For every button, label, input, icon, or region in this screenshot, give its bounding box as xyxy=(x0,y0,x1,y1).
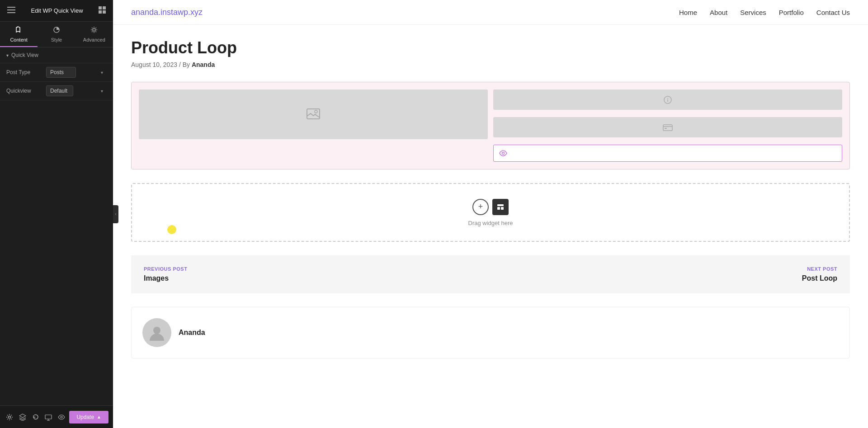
post-type-row: Post Type Posts Pages Products xyxy=(0,63,113,82)
svg-point-23 xyxy=(502,152,505,155)
quick-view-section-header[interactable]: ▾ Quick View xyxy=(0,47,113,63)
next-post-title: Post Loop xyxy=(503,274,837,282)
quickview-row: Quickview Default Custom xyxy=(0,82,113,100)
svg-rect-25 xyxy=(497,207,500,210)
tab-bar: Content Style Advanced xyxy=(0,22,113,47)
svg-rect-26 xyxy=(501,207,504,210)
update-label: Update xyxy=(76,414,94,420)
svg-point-14 xyxy=(61,416,62,418)
tab-content-label: Content xyxy=(10,37,28,42)
quickview-label: Quickview xyxy=(6,88,42,94)
product-loop-grid xyxy=(139,89,842,162)
svg-point-19 xyxy=(667,98,668,99)
sidebar-header: Edit WP Quick View xyxy=(0,0,113,22)
hamburger-icon[interactable] xyxy=(7,7,15,15)
tab-advanced-label: Advanced xyxy=(83,37,105,42)
nav-link-home[interactable]: Home xyxy=(679,9,697,16)
author-section: Ananda xyxy=(131,307,850,358)
tab-content[interactable]: Content xyxy=(0,22,38,47)
post-type-label: Post Type xyxy=(6,69,42,75)
advanced-tab-icon xyxy=(90,26,98,35)
settings-icon-btn[interactable] xyxy=(5,410,15,424)
content-tab-icon xyxy=(15,26,23,35)
post-by: / xyxy=(179,61,183,68)
previous-post-label: PREVIOUS POST xyxy=(144,266,478,272)
next-post-nav[interactable]: NEXT POST Post Loop xyxy=(491,255,850,293)
author-avatar xyxy=(142,318,171,347)
section-arrow-icon: ▾ xyxy=(6,53,9,58)
svg-rect-15 xyxy=(307,109,320,119)
author-info: Ananda xyxy=(179,329,205,337)
svg-rect-3 xyxy=(99,6,102,9)
product-info-placeholder xyxy=(493,89,842,110)
tab-style[interactable]: Style xyxy=(38,22,75,47)
svg-rect-22 xyxy=(665,128,667,129)
page-content-area: Product Loop August 10, 2023 / By Ananda xyxy=(113,25,868,372)
section-label: Quick View xyxy=(11,52,38,58)
responsive-icon-btn[interactable] xyxy=(43,410,54,424)
product-image-placeholder xyxy=(139,89,488,139)
nav-link-services[interactable]: Services xyxy=(740,9,766,16)
page-title: Product Loop xyxy=(131,38,850,57)
main-content: ananda.instawp.xyz Home About Services P… xyxy=(113,0,868,428)
svg-rect-4 xyxy=(103,6,106,9)
update-button[interactable]: Update ▲ xyxy=(69,411,108,423)
svg-rect-0 xyxy=(7,7,15,8)
nav-link-about[interactable]: About xyxy=(710,9,727,16)
widget-buttons: + xyxy=(472,199,509,215)
svg-rect-20 xyxy=(663,125,672,131)
empty-widget-area: + Drag widget here xyxy=(131,183,850,242)
collapse-handle[interactable]: ‹ xyxy=(113,205,118,223)
svg-rect-6 xyxy=(103,10,106,14)
post-by-label: By xyxy=(183,61,190,68)
svg-point-10 xyxy=(9,416,11,418)
tab-advanced[interactable]: Advanced xyxy=(75,22,113,47)
product-price-placeholder xyxy=(493,117,842,137)
layers-icon-btn[interactable] xyxy=(18,410,28,424)
post-author: Ananda xyxy=(192,61,215,68)
post-type-select-wrapper: Posts Pages Products xyxy=(46,67,107,78)
quickview-select[interactable]: Default Custom xyxy=(46,85,73,96)
template-button[interactable] xyxy=(492,199,509,215)
previous-post-nav[interactable]: PREVIOUS POST Images xyxy=(131,255,491,293)
add-icon: + xyxy=(478,202,483,212)
svg-rect-24 xyxy=(497,204,504,206)
post-meta: August 10, 2023 / By Ananda xyxy=(131,61,850,68)
bottom-toolbar: Update ▲ xyxy=(0,405,113,428)
svg-point-27 xyxy=(153,327,160,334)
product-loop-widget xyxy=(131,82,850,169)
product-quickview-row xyxy=(493,145,842,162)
tab-style-label: Style xyxy=(51,37,62,42)
svg-point-16 xyxy=(315,110,317,113)
nav-links: Home About Services Portfolio Contact Us xyxy=(679,9,850,16)
svg-rect-5 xyxy=(99,10,102,14)
nav-link-portfolio[interactable]: Portfolio xyxy=(779,9,804,16)
history-icon-btn[interactable] xyxy=(30,410,41,424)
add-widget-button[interactable]: + xyxy=(472,199,489,215)
previous-post-title: Images xyxy=(144,274,478,282)
nav-link-contact[interactable]: Contact Us xyxy=(816,9,850,16)
post-type-select[interactable]: Posts Pages Products xyxy=(46,67,76,78)
next-post-label: NEXT POST xyxy=(503,266,837,272)
author-name: Ananda xyxy=(179,329,205,337)
drag-widget-label: Drag widget here xyxy=(468,220,513,226)
quickview-select-wrapper: Default Custom xyxy=(46,85,107,96)
sidebar: Edit WP Quick View Content xyxy=(0,0,113,428)
svg-rect-2 xyxy=(7,12,15,13)
preview-icon-btn[interactable] xyxy=(57,410,67,424)
nav-brand[interactable]: ananda.instawp.xyz xyxy=(131,8,203,17)
svg-rect-11 xyxy=(45,415,52,419)
post-date: August 10, 2023 xyxy=(131,61,177,68)
style-tab-icon xyxy=(53,26,60,35)
update-chevron-icon: ▲ xyxy=(97,414,101,419)
svg-rect-1 xyxy=(7,9,15,10)
svg-line-7 xyxy=(16,27,18,28)
sidebar-title: Edit WP Quick View xyxy=(31,7,83,14)
post-navigation: PREVIOUS POST Images NEXT POST Post Loop xyxy=(131,255,850,293)
top-nav: ananda.instawp.xyz Home About Services P… xyxy=(113,0,868,25)
svg-point-9 xyxy=(93,28,95,31)
grid-icon[interactable] xyxy=(99,6,106,15)
